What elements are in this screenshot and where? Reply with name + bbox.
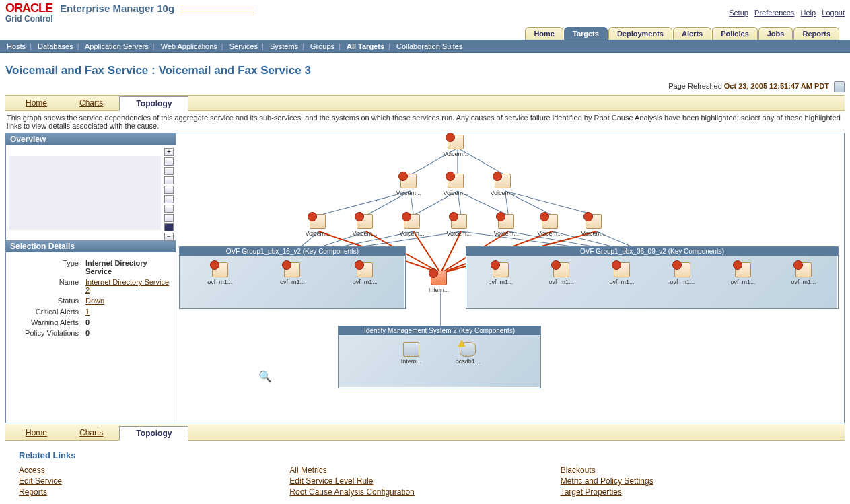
header-links: Setup Preferences Help Logout [729, 9, 845, 17]
sel-pol-value: 0 [85, 329, 170, 337]
rel-rca-config[interactable]: Root Cause Analysis Configuration [289, 487, 560, 497]
viewtab-charts-bottom[interactable]: Charts [63, 426, 119, 440]
zoom-out[interactable]: − [164, 233, 174, 241]
zoom-controls: + − [164, 148, 174, 241]
overview-canvas[interactable]: + − [6, 145, 176, 240]
service-icon [451, 214, 467, 229]
sel-name-value[interactable]: Internet Directory Service 2 [85, 278, 169, 294]
link-setup[interactable]: Setup [729, 9, 748, 17]
rel-access[interactable]: Access [19, 466, 289, 475]
rel-target-props[interactable]: Target Properties [561, 487, 831, 497]
ovf-icon [357, 262, 373, 277]
sel-crit-value[interactable]: 1 [85, 308, 90, 316]
tab-jobs[interactable]: Jobs [758, 27, 793, 40]
node-voicem-r3e[interactable]: Voicem... [488, 214, 524, 237]
sub-collab[interactable]: Collaboration Suites [396, 42, 462, 50]
sub-systems[interactable]: Systems [270, 42, 298, 50]
node-im-ocsdb[interactable]: ocsdb1... [450, 342, 486, 365]
node-im-intern[interactable]: Intern... [393, 342, 429, 365]
sel-status-value[interactable]: Down [85, 297, 104, 305]
node-intern-center[interactable]: Intern... [421, 271, 457, 293]
viewtab-home[interactable]: Home [9, 96, 63, 110]
viewtab-topology-bottom[interactable]: Topology [119, 426, 188, 441]
node-voicem-root[interactable]: Voicem... [437, 135, 474, 157]
sel-status-label: Status [11, 297, 79, 305]
zoom-step-6[interactable] [164, 205, 174, 213]
host-icon [403, 342, 419, 357]
zoom-step-3[interactable] [164, 176, 174, 184]
sub-appservers[interactable]: Application Servers [85, 42, 149, 50]
ovf-icon [553, 262, 569, 277]
rel-blackouts[interactable]: Blackouts [561, 466, 831, 475]
node-voicem-r3b[interactable]: Voicem... [347, 214, 383, 237]
ovf-icon [284, 262, 300, 277]
rel-all-metrics[interactable]: All Metrics [289, 466, 560, 475]
zoom-step-1[interactable] [164, 157, 174, 166]
tab-alerts[interactable]: Alerts [673, 27, 711, 40]
sub-tabs: Hosts| Databases| Application Servers| W… [0, 40, 850, 53]
node-ovf-1a[interactable]: ovf_m1... [202, 262, 238, 285]
tab-reports[interactable]: Reports [793, 27, 839, 40]
sub-alltargets[interactable]: All Targets [347, 42, 384, 50]
group-identity-mgmt[interactable]: Identity Management System 2 (Key Compon… [338, 326, 541, 388]
rel-edit-service[interactable]: Edit Service [19, 476, 289, 486]
view-tabs-bar: Home Charts Topology [5, 95, 845, 111]
node-ovf-2b[interactable]: ovf_m1... [543, 262, 579, 285]
overview-minimap[interactable] [9, 156, 161, 230]
sub-databases[interactable]: Databases [38, 42, 73, 50]
node-voicem-r3c[interactable]: Voicem... [394, 214, 430, 237]
sub-hosts[interactable]: Hosts [7, 42, 26, 50]
svg-line-24 [441, 231, 461, 273]
node-voicem-r3a[interactable]: Voicem... [299, 214, 336, 237]
refresh-label: Page Refreshed [668, 82, 722, 90]
tab-home[interactable]: Home [525, 27, 563, 40]
topology-canvas[interactable]: Voicem... Voicem... Voicem... Voicem... … [176, 133, 844, 423]
refresh-icon[interactable] [834, 81, 845, 92]
viewtab-topology[interactable]: Topology [119, 96, 188, 111]
tab-targets[interactable]: Targets [564, 27, 608, 40]
header-bar: ORACLE Enterprise Manager 10g Grid Contr… [0, 0, 850, 25]
service-icon [448, 174, 464, 188]
node-voicem-r2c[interactable]: Voicem... [485, 174, 521, 196]
zoom-step-7[interactable] [164, 214, 174, 222]
tab-deployments[interactable]: Deployments [608, 27, 672, 40]
description: This graph shows the service dependencie… [5, 111, 845, 133]
node-voicem-r2a[interactable]: Voicem... [390, 174, 427, 196]
node-ovf-2a[interactable]: ovf_m1... [483, 262, 519, 285]
svg-line-23 [413, 231, 440, 273]
group-ovf-1[interactable]: OVF Group1_pbx_16_v2 (Key Components) ov… [179, 246, 406, 309]
zoom-step-4[interactable] [164, 186, 174, 194]
link-help[interactable]: Help [801, 9, 816, 17]
sub-groups[interactable]: Groups [310, 42, 334, 50]
viewtab-charts[interactable]: Charts [63, 96, 119, 110]
rel-metric-policy[interactable]: Metric and Policy Settings [561, 476, 831, 486]
tab-policies[interactable]: Policies [712, 27, 758, 40]
sel-name-label: Name [11, 278, 79, 294]
zoom-step-5[interactable] [164, 195, 174, 203]
sub-services[interactable]: Services [229, 42, 258, 50]
sel-pol-label: Policy Violations [11, 329, 79, 337]
zoom-current[interactable] [164, 223, 174, 231]
link-preferences[interactable]: Preferences [754, 9, 794, 17]
node-voicem-r3g[interactable]: Voicem... [575, 214, 612, 237]
rel-reports[interactable]: Reports [19, 487, 289, 497]
link-logout[interactable]: Logout [822, 9, 845, 17]
ovf-icon [735, 262, 751, 277]
node-ovf-2f[interactable]: ovf_m1... [785, 262, 822, 285]
zoom-in[interactable]: + [164, 148, 174, 156]
viewtab-home-bottom[interactable]: Home [9, 426, 63, 440]
sub-webapps[interactable]: Web Applications [161, 42, 217, 50]
node-ovf-1b[interactable]: ovf_m1... [274, 262, 310, 285]
node-voicem-r3d[interactable]: Voicem... [441, 214, 477, 237]
node-voicem-r2b[interactable]: Voicem... [437, 174, 474, 196]
node-ovf-2e[interactable]: ovf_m1... [725, 262, 761, 285]
group-ovf-2[interactable]: OVF Group1_pbx_06_09_v2 (Key Components)… [466, 246, 839, 309]
node-ovf-2c[interactable]: ovf_m1... [604, 262, 640, 285]
node-ovf-2d[interactable]: ovf_m1... [664, 262, 701, 285]
service-icon [400, 174, 417, 188]
node-ovf-1c[interactable]: ovf_m1... [347, 262, 383, 285]
group-ovf-1-title: OVF Group1_pbx_16_v2 (Key Components) [180, 247, 405, 256]
rel-edit-slr[interactable]: Edit Service Level Rule [289, 476, 560, 486]
zoom-step-2[interactable] [164, 167, 174, 175]
node-voicem-r3f[interactable]: Voicem... [532, 214, 568, 237]
